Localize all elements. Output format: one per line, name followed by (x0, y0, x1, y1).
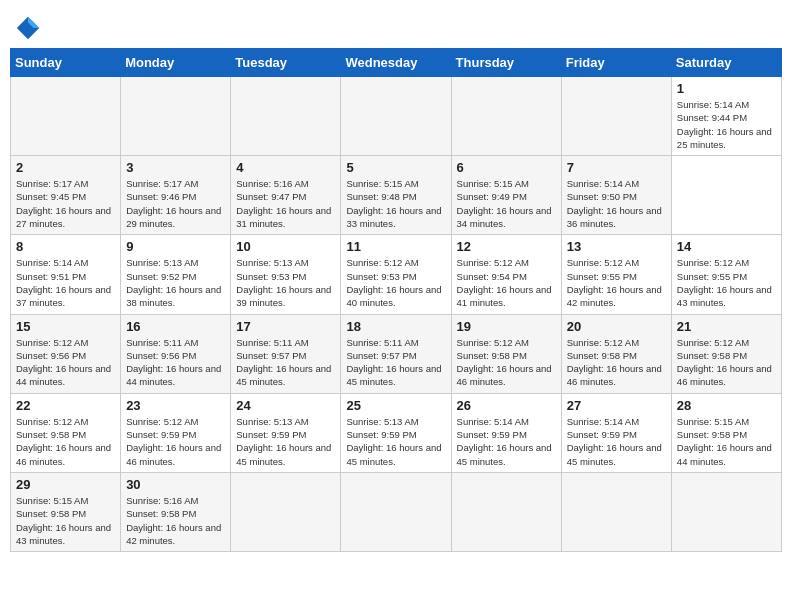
calendar-cell: 2 Sunrise: 5:17 AMSunset: 9:45 PMDayligh… (11, 156, 121, 235)
day-info: Sunrise: 5:15 AMSunset: 9:48 PMDaylight:… (346, 177, 445, 230)
calendar-cell: 8 Sunrise: 5:14 AMSunset: 9:51 PMDayligh… (11, 235, 121, 314)
calendar-cell: 14 Sunrise: 5:12 AMSunset: 9:55 PMDaylig… (671, 235, 781, 314)
calendar-cell: 22 Sunrise: 5:12 AMSunset: 9:58 PMDaylig… (11, 393, 121, 472)
day-info: Sunrise: 5:12 AMSunset: 9:58 PMDaylight:… (457, 336, 556, 389)
day-number: 14 (677, 239, 776, 254)
calendar-cell: 1 Sunrise: 5:14 AMSunset: 9:44 PMDayligh… (671, 77, 781, 156)
day-info: Sunrise: 5:16 AMSunset: 9:58 PMDaylight:… (126, 494, 225, 547)
calendar-cell: 18 Sunrise: 5:11 AMSunset: 9:57 PMDaylig… (341, 314, 451, 393)
day-info: Sunrise: 5:11 AMSunset: 9:57 PMDaylight:… (346, 336, 445, 389)
day-number: 15 (16, 319, 115, 334)
day-info: Sunrise: 5:14 AMSunset: 9:59 PMDaylight:… (567, 415, 666, 468)
day-info: Sunrise: 5:12 AMSunset: 9:58 PMDaylight:… (567, 336, 666, 389)
calendar-cell: 10 Sunrise: 5:13 AMSunset: 9:53 PMDaylig… (231, 235, 341, 314)
empty-cell (451, 77, 561, 156)
day-number: 8 (16, 239, 115, 254)
calendar-cell: 20 Sunrise: 5:12 AMSunset: 9:58 PMDaylig… (561, 314, 671, 393)
day-info: Sunrise: 5:12 AMSunset: 9:58 PMDaylight:… (16, 415, 115, 468)
day-info: Sunrise: 5:14 AMSunset: 9:59 PMDaylight:… (457, 415, 556, 468)
calendar-cell: 7 Sunrise: 5:14 AMSunset: 9:50 PMDayligh… (561, 156, 671, 235)
day-info: Sunrise: 5:13 AMSunset: 9:53 PMDaylight:… (236, 256, 335, 309)
day-number: 10 (236, 239, 335, 254)
day-number: 18 (346, 319, 445, 334)
day-info: Sunrise: 5:13 AMSunset: 9:59 PMDaylight:… (346, 415, 445, 468)
day-number: 11 (346, 239, 445, 254)
logo-icon (14, 14, 42, 42)
calendar-cell: 5 Sunrise: 5:15 AMSunset: 9:48 PMDayligh… (341, 156, 451, 235)
logo (14, 14, 46, 42)
day-info: Sunrise: 5:11 AMSunset: 9:56 PMDaylight:… (126, 336, 225, 389)
day-number: 29 (16, 477, 115, 492)
day-number: 12 (457, 239, 556, 254)
calendar-cell: 4 Sunrise: 5:16 AMSunset: 9:47 PMDayligh… (231, 156, 341, 235)
day-info: Sunrise: 5:12 AMSunset: 9:58 PMDaylight:… (677, 336, 776, 389)
weekday-header: Wednesday (341, 49, 451, 77)
day-info: Sunrise: 5:17 AMSunset: 9:46 PMDaylight:… (126, 177, 225, 230)
calendar-cell: 17 Sunrise: 5:11 AMSunset: 9:57 PMDaylig… (231, 314, 341, 393)
weekday-header: Thursday (451, 49, 561, 77)
weekday-header: Monday (121, 49, 231, 77)
calendar-cell: 28 Sunrise: 5:15 AMSunset: 9:58 PMDaylig… (671, 393, 781, 472)
day-number: 22 (16, 398, 115, 413)
weekday-header: Tuesday (231, 49, 341, 77)
calendar-cell: 23 Sunrise: 5:12 AMSunset: 9:59 PMDaylig… (121, 393, 231, 472)
day-info: Sunrise: 5:15 AMSunset: 9:58 PMDaylight:… (677, 415, 776, 468)
day-info: Sunrise: 5:13 AMSunset: 9:52 PMDaylight:… (126, 256, 225, 309)
day-number: 28 (677, 398, 776, 413)
calendar-cell: 25 Sunrise: 5:13 AMSunset: 9:59 PMDaylig… (341, 393, 451, 472)
calendar-cell: 19 Sunrise: 5:12 AMSunset: 9:58 PMDaylig… (451, 314, 561, 393)
day-info: Sunrise: 5:12 AMSunset: 9:56 PMDaylight:… (16, 336, 115, 389)
day-info: Sunrise: 5:14 AMSunset: 9:51 PMDaylight:… (16, 256, 115, 309)
calendar-cell: 13 Sunrise: 5:12 AMSunset: 9:55 PMDaylig… (561, 235, 671, 314)
day-number: 23 (126, 398, 225, 413)
day-number: 17 (236, 319, 335, 334)
empty-cell (561, 77, 671, 156)
calendar-cell: 27 Sunrise: 5:14 AMSunset: 9:59 PMDaylig… (561, 393, 671, 472)
day-number: 3 (126, 160, 225, 175)
day-info: Sunrise: 5:12 AMSunset: 9:59 PMDaylight:… (126, 415, 225, 468)
calendar-cell: 21 Sunrise: 5:12 AMSunset: 9:58 PMDaylig… (671, 314, 781, 393)
calendar-cell (561, 472, 671, 551)
day-info: Sunrise: 5:12 AMSunset: 9:55 PMDaylight:… (567, 256, 666, 309)
calendar-cell (671, 472, 781, 551)
day-info: Sunrise: 5:12 AMSunset: 9:54 PMDaylight:… (457, 256, 556, 309)
day-number: 21 (677, 319, 776, 334)
calendar-cell: 3 Sunrise: 5:17 AMSunset: 9:46 PMDayligh… (121, 156, 231, 235)
day-number: 6 (457, 160, 556, 175)
day-info: Sunrise: 5:11 AMSunset: 9:57 PMDaylight:… (236, 336, 335, 389)
calendar-cell: 29 Sunrise: 5:15 AMSunset: 9:58 PMDaylig… (11, 472, 121, 551)
day-number: 5 (346, 160, 445, 175)
calendar-cell: 12 Sunrise: 5:12 AMSunset: 9:54 PMDaylig… (451, 235, 561, 314)
page-header (10, 10, 782, 42)
day-info: Sunrise: 5:14 AMSunset: 9:44 PMDaylight:… (677, 98, 776, 151)
day-number: 2 (16, 160, 115, 175)
empty-cell (121, 77, 231, 156)
calendar-cell: 24 Sunrise: 5:13 AMSunset: 9:59 PMDaylig… (231, 393, 341, 472)
day-number: 26 (457, 398, 556, 413)
calendar-cell: 9 Sunrise: 5:13 AMSunset: 9:52 PMDayligh… (121, 235, 231, 314)
calendar-cell: 16 Sunrise: 5:11 AMSunset: 9:56 PMDaylig… (121, 314, 231, 393)
day-info: Sunrise: 5:15 AMSunset: 9:49 PMDaylight:… (457, 177, 556, 230)
day-info: Sunrise: 5:16 AMSunset: 9:47 PMDaylight:… (236, 177, 335, 230)
day-number: 13 (567, 239, 666, 254)
calendar-cell: 15 Sunrise: 5:12 AMSunset: 9:56 PMDaylig… (11, 314, 121, 393)
day-number: 7 (567, 160, 666, 175)
day-number: 24 (236, 398, 335, 413)
calendar-cell: 6 Sunrise: 5:15 AMSunset: 9:49 PMDayligh… (451, 156, 561, 235)
day-number: 30 (126, 477, 225, 492)
calendar-cell (451, 472, 561, 551)
day-info: Sunrise: 5:13 AMSunset: 9:59 PMDaylight:… (236, 415, 335, 468)
day-info: Sunrise: 5:14 AMSunset: 9:50 PMDaylight:… (567, 177, 666, 230)
calendar-cell (341, 472, 451, 551)
day-number: 1 (677, 81, 776, 96)
calendar-cell: 26 Sunrise: 5:14 AMSunset: 9:59 PMDaylig… (451, 393, 561, 472)
day-number: 9 (126, 239, 225, 254)
empty-cell (341, 77, 451, 156)
calendar-cell (231, 472, 341, 551)
day-number: 27 (567, 398, 666, 413)
day-number: 19 (457, 319, 556, 334)
calendar-cell: 11 Sunrise: 5:12 AMSunset: 9:53 PMDaylig… (341, 235, 451, 314)
weekday-header: Friday (561, 49, 671, 77)
day-number: 20 (567, 319, 666, 334)
day-info: Sunrise: 5:12 AMSunset: 9:55 PMDaylight:… (677, 256, 776, 309)
